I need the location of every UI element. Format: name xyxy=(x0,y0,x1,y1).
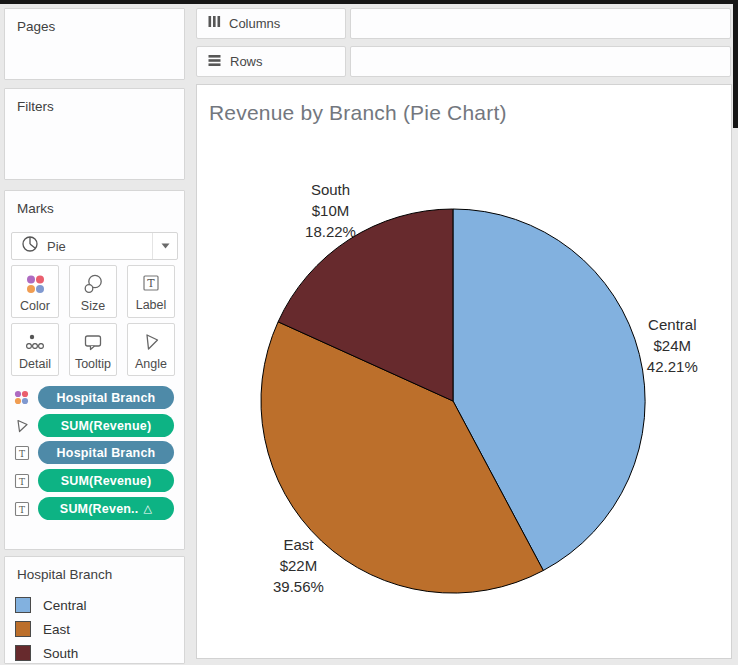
label-button[interactable]: T Label xyxy=(127,265,175,318)
marks-pill-row: T SUM(Reven..△ xyxy=(5,497,186,520)
label-button-label: Label xyxy=(136,298,167,312)
detail-dots-icon xyxy=(24,331,46,357)
text-label-icon[interactable]: T xyxy=(13,500,30,517)
pill-text: SUM(Revenue) xyxy=(61,419,152,433)
tableau-worksheet-view: Pages Filters Marks Pie Color Size xyxy=(0,0,738,665)
size-button-label: Size xyxy=(81,299,105,313)
color-button[interactable]: Color xyxy=(11,265,59,318)
color-button-label: Color xyxy=(20,299,50,313)
text-label-icon[interactable]: T xyxy=(13,472,30,489)
marks-pill-row: SUM(Revenue) xyxy=(5,414,186,437)
chevron-down-icon[interactable] xyxy=(152,233,177,259)
rows-icon xyxy=(207,53,222,71)
pill-hospital-branch[interactable]: Hospital Branch xyxy=(38,386,174,409)
pie-mark-icon xyxy=(21,235,39,257)
marks-card-label: Marks xyxy=(17,201,54,216)
slice-label-south: South xyxy=(311,181,350,198)
legend-swatch-south xyxy=(15,645,31,661)
pie-chart: Central$24M42.21%East$22M39.56%South$10M… xyxy=(197,85,731,658)
pill-text: Hospital Branch xyxy=(57,446,156,460)
text-label-icon: T xyxy=(141,273,161,297)
slice-label-south: 18.22% xyxy=(305,223,356,240)
pill-text: SUM(Revenue) xyxy=(61,474,152,488)
tooltip-bubble-icon xyxy=(82,331,104,357)
delta-icon: △ xyxy=(143,502,152,515)
marks-pill-row: T SUM(Revenue) xyxy=(5,469,186,492)
slice-label-central: $24M xyxy=(654,337,692,354)
legend-item-central[interactable]: Central xyxy=(15,597,87,613)
columns-shelf-label: Columns xyxy=(229,16,280,31)
pages-shelf[interactable]: Pages xyxy=(4,8,185,80)
mark-type-dropdown[interactable]: Pie xyxy=(11,232,178,260)
columns-shelf-drop-area[interactable] xyxy=(350,8,731,39)
text-label-icon[interactable]: T xyxy=(13,444,30,461)
slice-label-central: 42.21% xyxy=(647,358,698,375)
worksheet-view: Revenue by Branch (Pie Chart) Central$24… xyxy=(196,84,732,659)
size-button[interactable]: Size xyxy=(69,265,117,318)
color-dots-icon xyxy=(23,273,47,299)
legend-label: East xyxy=(43,622,70,637)
svg-text:T: T xyxy=(18,504,24,514)
pill-sum-revenue[interactable]: SUM(Revenue) xyxy=(38,469,174,492)
legend-item-east[interactable]: East xyxy=(15,621,70,637)
legend-swatch-central xyxy=(15,597,31,613)
window-border-top xyxy=(0,0,738,4)
legend-swatch-east xyxy=(15,621,31,637)
slice-label-south: $10M xyxy=(312,202,350,219)
color-dots-icon[interactable] xyxy=(13,389,30,406)
svg-text:T: T xyxy=(18,476,24,486)
pill-hospital-branch[interactable]: Hospital Branch xyxy=(38,441,174,464)
slice-label-central: Central xyxy=(648,316,696,333)
slice-label-east: $22M xyxy=(280,557,318,574)
angle-triangle-icon[interactable] xyxy=(13,417,30,434)
color-legend: Hospital Branch Central East South xyxy=(4,556,185,664)
tooltip-button-label: Tooltip xyxy=(75,357,111,371)
size-circles-icon xyxy=(82,273,104,299)
legend-label: Central xyxy=(43,598,87,613)
columns-icon xyxy=(207,14,221,33)
filters-shelf-label: Filters xyxy=(17,99,54,114)
mark-type-value: Pie xyxy=(47,239,66,254)
legend-title: Hospital Branch xyxy=(17,567,112,582)
marks-card: Marks Pie Color Size T La xyxy=(4,190,185,550)
rows-shelf-header: Rows xyxy=(196,46,346,77)
angle-button-label: Angle xyxy=(135,357,167,371)
detail-button[interactable]: Detail xyxy=(11,323,59,376)
columns-shelf-header: Columns xyxy=(196,8,346,39)
pages-shelf-label: Pages xyxy=(17,19,55,34)
svg-text:T: T xyxy=(147,277,155,290)
slice-label-east: East xyxy=(283,536,314,553)
pill-text: SUM(Reven.. xyxy=(60,502,139,516)
pill-sum-revenue[interactable]: SUM(Revenue) xyxy=(38,414,174,437)
legend-label: South xyxy=(43,646,78,661)
svg-text:T: T xyxy=(18,448,24,458)
filters-shelf[interactable]: Filters xyxy=(4,88,185,180)
marks-pill-row: T Hospital Branch xyxy=(5,441,186,464)
pill-text: Hospital Branch xyxy=(57,391,156,405)
angle-triangle-icon xyxy=(140,331,162,357)
slice-label-east: 39.56% xyxy=(273,578,324,595)
tooltip-button[interactable]: Tooltip xyxy=(69,323,117,376)
angle-button[interactable]: Angle xyxy=(127,323,175,376)
legend-item-south[interactable]: South xyxy=(15,645,78,661)
rows-shelf-drop-area[interactable] xyxy=(350,46,731,77)
rows-shelf-label: Rows xyxy=(230,54,263,69)
window-border-right xyxy=(733,0,738,128)
detail-button-label: Detail xyxy=(19,357,51,371)
pill-sum-revenue-truncated[interactable]: SUM(Reven..△ xyxy=(38,497,174,520)
marks-pill-row: Hospital Branch xyxy=(5,386,186,409)
